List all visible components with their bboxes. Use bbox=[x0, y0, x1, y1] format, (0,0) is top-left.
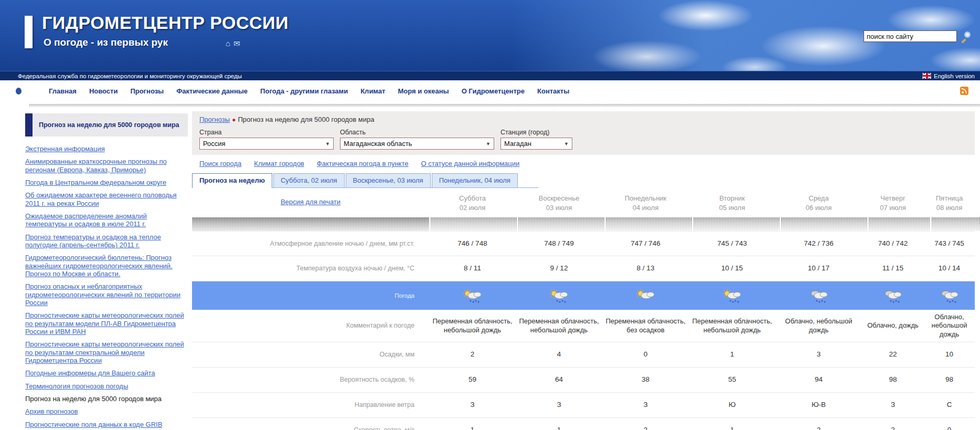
search-icon[interactable] bbox=[964, 32, 971, 38]
wind-speed-cell: 2 bbox=[602, 424, 689, 430]
precip-probability-cell: 94 bbox=[775, 373, 862, 386]
day-name: Вторник bbox=[689, 194, 775, 203]
tab-day[interactable]: Понедельник, 04 июля bbox=[432, 173, 518, 187]
mail-icon[interactable]: ✉ bbox=[233, 39, 243, 48]
precip-probability-cell: 98 bbox=[862, 373, 924, 386]
quick-link[interactable]: Поиск города bbox=[199, 160, 241, 167]
quick-link[interactable]: Климат городов bbox=[254, 160, 304, 167]
nav-item[interactable]: Погода - другими глазами bbox=[260, 87, 348, 95]
precipitation-cell: 2 bbox=[429, 348, 516, 361]
comment-cell: Переменная облачность, без осадков bbox=[602, 315, 689, 337]
country-label: Страна bbox=[199, 129, 334, 136]
temperature-cell: 11 / 15 bbox=[862, 262, 924, 275]
nav-item[interactable]: Моря и океаны bbox=[398, 87, 449, 95]
pressure-cell: 747 / 746 bbox=[602, 237, 689, 250]
day-header: Четверг07 июля bbox=[862, 191, 924, 212]
decorative-ruler-table bbox=[192, 217, 975, 231]
day-name: Понедельник bbox=[602, 194, 689, 203]
wind-direction-cell: Ю bbox=[689, 398, 775, 412]
sidebar-item[interactable]: Анимированные краткосрочные прогнозы по … bbox=[25, 158, 188, 174]
sidebar-item[interactable]: Погодные информеры для Вашего сайта bbox=[25, 369, 188, 377]
nav-item[interactable]: Фактические данные bbox=[176, 87, 248, 95]
sidebar-item[interactable]: Гидрометеорологический бюллетень: Прогно… bbox=[25, 254, 188, 278]
temperature-cell: 10 / 14 bbox=[924, 262, 975, 275]
country-select[interactable]: Россия ▼ bbox=[199, 138, 334, 150]
wind-direction-row: Направление ветраЗЗЗЮЮ-ВЗС bbox=[192, 393, 975, 418]
day-name: Суббота bbox=[429, 194, 516, 203]
wind-direction-cell: З bbox=[429, 398, 516, 412]
weather-cloud-rain-icon bbox=[939, 288, 961, 303]
comment-cell: Переменная облачность, небольшой дождь bbox=[516, 315, 602, 337]
comment-cell: Облачно, небольшой дождь bbox=[924, 311, 975, 341]
chevron-down-icon: ▼ bbox=[486, 141, 491, 146]
forecast-table-body: Атмосферное давление ночью / днем, мм рт… bbox=[192, 231, 975, 430]
sidebar-item[interactable]: Погода в Центральном федеральном округе bbox=[25, 179, 188, 186]
day-date: 03 июля bbox=[516, 203, 602, 213]
ruler-segment bbox=[931, 217, 980, 231]
weather-cell bbox=[429, 286, 516, 306]
temperature-cell: 10 / 15 bbox=[689, 262, 775, 275]
nav-item[interactable]: Прогнозы bbox=[130, 87, 164, 95]
tab-week-forecast[interactable]: Прогноз на неделю bbox=[192, 173, 272, 188]
station-select[interactable]: Магадан ▼ bbox=[500, 138, 572, 150]
nav-item[interactable]: Климат bbox=[360, 87, 385, 95]
day-date: 08 июля bbox=[924, 203, 975, 213]
english-version-link[interactable]: English version bbox=[922, 73, 975, 79]
main-content: Прогнозы●Прогноз на неделю для 5000 горо… bbox=[192, 107, 975, 430]
gov-strip: Федеральная служба по гидрометеорологии … bbox=[0, 71, 980, 80]
sidebar-item[interactable]: Прогностические карты метеорологических … bbox=[25, 340, 188, 364]
region-select[interactable]: Магаданская область ▼ bbox=[340, 138, 494, 150]
sidebar-heading-label: Прогноз на неделю для 5000 городов мира bbox=[33, 113, 184, 137]
wind-speed-row: Скорость ветра, м/с1121220 bbox=[192, 418, 975, 430]
sidebar-item[interactable]: Экстренная информация bbox=[25, 145, 188, 153]
english-version-label: English version bbox=[934, 73, 975, 79]
nav-item[interactable]: О Гидрометцентре bbox=[462, 87, 525, 95]
day-date: 05 июля bbox=[689, 203, 775, 213]
sidebar-item[interactable]: Об ожидаемом характере весеннего половод… bbox=[25, 191, 188, 207]
nav-item[interactable]: Контакты bbox=[537, 87, 569, 95]
weather-sun-cloud-icon bbox=[635, 288, 657, 303]
location-panel: Прогнозы●Прогноз на неделю для 5000 горо… bbox=[192, 111, 975, 155]
sidebar-item[interactable]: Терминология прогнозов погоды bbox=[25, 382, 188, 390]
site-subtitle: О погоде - из первых рук bbox=[44, 37, 168, 48]
temperature-cell: 10 / 17 bbox=[775, 262, 862, 275]
ruler-segment bbox=[605, 217, 692, 231]
breadcrumb-link[interactable]: Прогнозы bbox=[199, 116, 230, 123]
breadcrumb-current: Прогноз на неделю для 5000 городов мира bbox=[238, 116, 374, 123]
tab-day[interactable]: Суббота, 02 июля bbox=[273, 173, 345, 187]
wind-speed-cell: 1 bbox=[429, 424, 516, 430]
home-icon[interactable]: ⌂ bbox=[226, 39, 233, 48]
weather-sun-cloud-rain-icon bbox=[462, 288, 484, 303]
pressure-cell: 746 / 748 bbox=[429, 237, 516, 250]
day-header: Понедельник04 июля bbox=[602, 191, 689, 212]
temperature-row: Температура воздуха ночью / днем, °C8 / … bbox=[192, 256, 975, 281]
sidebar-heading-bar bbox=[25, 113, 33, 137]
sidebar-item[interactable]: Архив прогнозов bbox=[25, 407, 188, 415]
quick-link[interactable]: О статусе данной информации bbox=[421, 160, 520, 167]
sidebar-item[interactable]: Прогностические поля данных в коде GRIB bbox=[25, 421, 188, 428]
precip-probability-cell: 59 bbox=[429, 373, 516, 386]
precip-probability-cell: 98 bbox=[924, 373, 975, 386]
rss-icon[interactable] bbox=[960, 87, 968, 95]
nav-item[interactable]: Новости bbox=[89, 87, 118, 95]
sidebar-item[interactable]: Прогноз опасных и неблагоприятных гидром… bbox=[25, 282, 188, 307]
quick-link[interactable]: Фактическая погода в пункте bbox=[317, 160, 409, 167]
precip-probability-cell: 64 bbox=[516, 373, 602, 386]
temperature-cell: 9 / 12 bbox=[516, 262, 602, 275]
print-version-link[interactable]: Версия для печати bbox=[281, 198, 340, 206]
precipitation-cell: 4 bbox=[516, 348, 602, 361]
tab-day[interactable]: Воскресенье, 03 июля bbox=[346, 173, 431, 187]
sidebar-item[interactable]: Ожидаемое распределение аномалий темпера… bbox=[25, 212, 188, 228]
nav-item[interactable]: Главная bbox=[49, 87, 77, 95]
search-input[interactable] bbox=[864, 30, 957, 42]
forecast-table-header: Версия для печати Суббота02 июляВоскресе… bbox=[192, 191, 975, 212]
day-name: Среда bbox=[775, 194, 862, 203]
sidebar-item[interactable]: Прогностические карты метеорологических … bbox=[25, 311, 188, 335]
weather-cloud-rain-icon bbox=[808, 288, 830, 303]
sidebar-item[interactable]: Прогноз температуры и осадков на теплое … bbox=[25, 233, 188, 249]
ruler-segment bbox=[518, 217, 604, 231]
main-nav: ГлавнаяНовостиПрогнозыФактические данные… bbox=[0, 80, 980, 101]
gov-strip-text: Федеральная служба по гидрометеорологии … bbox=[18, 73, 242, 79]
chevron-down-icon: ▼ bbox=[325, 141, 330, 146]
day-header: Вторник05 июля bbox=[689, 191, 775, 212]
